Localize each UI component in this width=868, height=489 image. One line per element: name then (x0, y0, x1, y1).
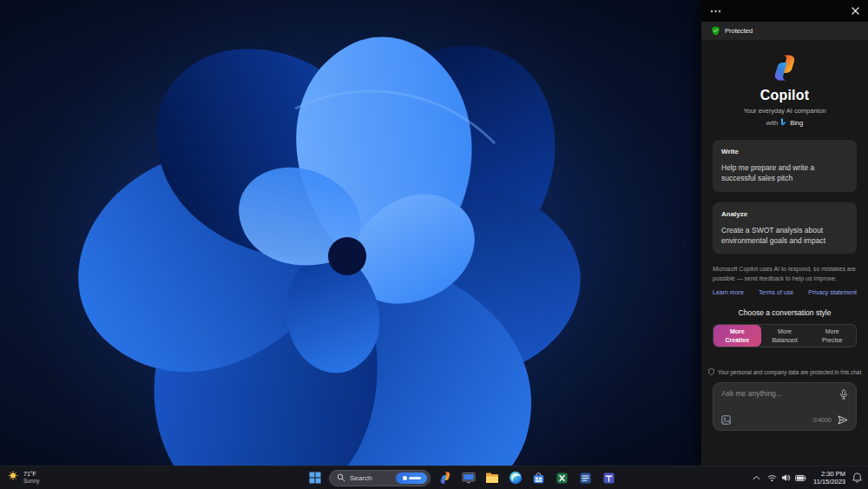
battery-icon (795, 470, 806, 486)
style-more-precise[interactable]: More Precise (808, 325, 856, 347)
legal-links: Learn more Terms of use Privacy statemen… (713, 289, 857, 295)
tray-chevron-up-icon[interactable] (753, 475, 760, 480)
magnifier-icon (337, 470, 345, 486)
chat-composer: 0/4000 (713, 382, 857, 431)
desktop-app-icon[interactable] (459, 469, 477, 487)
weather-widget[interactable]: 71°F Sunny (8, 466, 39, 489)
file-explorer-icon[interactable] (483, 469, 501, 487)
data-protection-text: Your personal and company data are prote… (718, 369, 861, 375)
clock-date: 11/15/2023 (813, 478, 845, 486)
copilot-panel-body: Copilot Your everyday AI companion with … (701, 40, 868, 466)
copilot-subtitle: Your everyday AI companion (713, 107, 857, 115)
system-tray: 2:30 PM 11/15/2023 (753, 466, 862, 489)
suggestion-card-title: Analyze (721, 210, 848, 218)
conversation-style-heading: Choose a conversation style (713, 308, 857, 317)
copilot-panel: Protected Copilot (701, 0, 868, 466)
word-icon[interactable] (576, 469, 595, 487)
suggestion-card-analyze[interactable]: Analyze Create a SWOT analysis about env… (713, 202, 857, 254)
ai-disclaimer: Microsoft Copilot uses AI to respond, so… (713, 265, 857, 283)
copilot-panel-header (701, 0, 868, 22)
store-icon[interactable] (529, 469, 548, 487)
wifi-icon (767, 470, 777, 486)
search-highlight-text (409, 477, 421, 479)
privacy-statement-link[interactable]: Privacy statement (808, 289, 857, 295)
copilot-taskbar-icon[interactable] (436, 469, 454, 487)
weather-temperature: 71°F (23, 471, 39, 478)
protected-banner: Protected (701, 22, 868, 40)
taskbar: 71°F Sunny Search (0, 466, 868, 489)
weather-condition: Sunny (23, 478, 39, 484)
suggestion-card-write[interactable]: Write Help me prepare and write a succes… (713, 140, 857, 192)
suggestion-card-body: Create a SWOT analysis about environment… (721, 225, 848, 247)
learn-more-link[interactable]: Learn more (713, 289, 744, 295)
send-icon[interactable] (838, 415, 848, 425)
char-counter: 0/4000 (813, 417, 832, 423)
network-volume-battery[interactable] (767, 470, 806, 486)
sun-weather-icon (8, 470, 19, 486)
data-protection-note: Your personal and company data are prote… (713, 368, 857, 376)
microphone-icon[interactable] (839, 389, 848, 400)
terms-of-use-link[interactable]: Terms of use (759, 289, 793, 295)
conversation-style-toggle: More Creative More Balanced More Precise (713, 324, 857, 347)
shield-outline-icon (708, 368, 714, 376)
search-highlight-logo (403, 476, 407, 480)
desktop: Protected Copilot (0, 0, 868, 489)
add-image-icon[interactable] (721, 415, 731, 425)
suggestion-card-body: Help me prepare and write a successful s… (721, 162, 848, 184)
protected-label: Protected (725, 27, 753, 35)
weather-text: 71°F Sunny (23, 471, 39, 485)
search-highlight-badge[interactable] (396, 472, 427, 484)
with-bing-row: with Bing (713, 118, 857, 128)
bing-icon (780, 118, 787, 128)
close-icon[interactable] (852, 7, 859, 15)
teams-icon[interactable] (600, 469, 618, 487)
bing-label: Bing (790, 119, 803, 127)
style-more-balanced[interactable]: More Balanced (761, 325, 809, 347)
more-options-icon[interactable] (710, 10, 721, 13)
copilot-logo (713, 53, 857, 83)
with-label: with (766, 119, 778, 127)
copilot-title: Copilot (713, 88, 857, 103)
clock[interactable]: 2:30 PM 11/15/2023 (813, 470, 845, 486)
clock-time: 2:30 PM (821, 470, 845, 478)
edge-browser-icon[interactable] (506, 469, 524, 487)
search-label: Search (350, 474, 391, 482)
volume-icon (781, 470, 791, 486)
excel-icon[interactable] (553, 469, 571, 487)
notification-bell-icon[interactable] (852, 472, 862, 483)
suggestion-card-title: Write (721, 148, 848, 155)
chat-input[interactable] (721, 389, 834, 398)
search-box[interactable]: Search (329, 470, 431, 486)
start-button[interactable] (306, 469, 324, 487)
taskbar-center: Search (306, 466, 618, 489)
shield-check-icon (712, 23, 720, 39)
style-more-creative[interactable]: More Creative (713, 325, 761, 347)
